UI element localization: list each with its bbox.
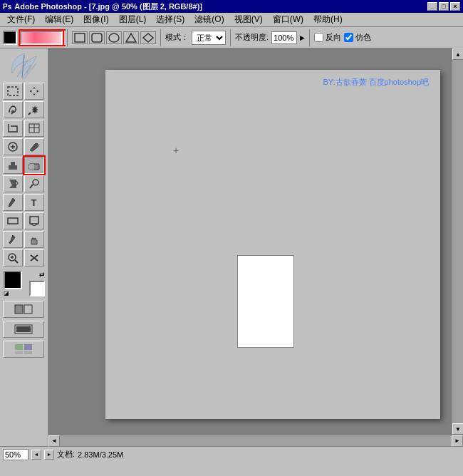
reverse-checkbox-group: 反向: [314, 32, 341, 43]
close-button[interactable]: ×: [450, 2, 460, 11]
tool-marquee[interactable]: [3, 83, 23, 100]
tool-magic-wand[interactable]: [24, 101, 44, 118]
tool-row-10: [3, 249, 46, 267]
tool-row-6: [3, 175, 46, 192]
screen-mode-button[interactable]: [3, 321, 44, 338]
horizontal-scrollbar[interactable]: ◄ ►: [48, 435, 463, 446]
foreground-color[interactable]: [4, 271, 22, 289]
tool-zoom[interactable]: [3, 249, 23, 267]
brush-shape-1[interactable]: [72, 31, 88, 44]
nav-right-button[interactable]: ►: [44, 450, 54, 460]
imageready-button[interactable]: [3, 341, 44, 358]
svg-rect-35: [24, 351, 32, 354]
scroll-left-button[interactable]: ◄: [48, 435, 60, 447]
tool-shape[interactable]: [3, 212, 23, 229]
separator-4: [309, 29, 310, 46]
svg-rect-0: [75, 33, 85, 42]
tool-row-2: [3, 101, 46, 118]
menu-layer[interactable]: 图层(L): [115, 12, 151, 27]
menu-image[interactable]: 图像(I): [79, 12, 113, 27]
opacity-value[interactable]: 100%: [271, 31, 297, 44]
tool-slice[interactable]: [24, 120, 44, 137]
scroll-track-horizontal[interactable]: [60, 435, 452, 446]
svg-rect-33: [24, 344, 32, 350]
title-bar-controls: _ □ ×: [427, 2, 460, 11]
brush-shape-5[interactable]: [140, 31, 156, 44]
doc-size-value: 2.83M/3.25M: [78, 450, 123, 459]
nav-left-button[interactable]: ◄: [31, 450, 41, 460]
mode-row-1: [3, 301, 46, 318]
brush-shape-4[interactable]: [123, 31, 139, 44]
tool-notes[interactable]: [24, 212, 44, 229]
svg-rect-12: [9, 165, 17, 170]
tool-crop[interactable]: [3, 120, 23, 137]
scroll-track-vertical[interactable]: [452, 60, 463, 423]
menu-bar: 文件(F) 编辑(E) 图像(I) 图层(L) 选择(S) 滤镜(O) 视图(V…: [0, 13, 463, 27]
menu-window[interactable]: 窗口(W): [269, 12, 308, 27]
tool-text[interactable]: T: [24, 194, 44, 211]
reverse-label: 反向: [326, 32, 341, 43]
svg-line-5: [28, 113, 31, 115]
scroll-right-button[interactable]: ►: [452, 435, 463, 447]
menu-view[interactable]: 视图(V): [230, 12, 267, 27]
tool-hand[interactable]: [24, 231, 44, 248]
menu-select[interactable]: 选择(S): [152, 12, 189, 27]
tool-eraser[interactable]: [24, 157, 44, 174]
svg-rect-18: [8, 218, 18, 224]
scroll-up-button[interactable]: ▲: [452, 48, 463, 60]
brush-shape-2[interactable]: [89, 31, 105, 44]
tool-extra[interactable]: [24, 249, 44, 267]
svg-rect-34: [15, 351, 23, 354]
status-bar: 50% ◄ ► 文档: 2.83M/3.25M: [0, 446, 463, 462]
tool-brush[interactable]: [24, 138, 44, 155]
dither-checkbox-group: 仿色: [344, 32, 371, 43]
options-bar: 模式： 正常 不透明度: 100% ▶ 反向 仿色: [0, 27, 463, 48]
menu-help[interactable]: 帮助(H): [309, 12, 347, 27]
dither-checkbox[interactable]: [344, 33, 353, 42]
minimize-button[interactable]: _: [427, 2, 437, 11]
menu-file[interactable]: 文件(F): [3, 12, 39, 27]
tool-move[interactable]: [24, 83, 44, 100]
svg-rect-28: [15, 305, 23, 314]
separator-3: [230, 29, 231, 46]
opacity-arrow[interactable]: ▶: [300, 34, 305, 41]
tool-stamp[interactable]: [3, 157, 23, 174]
mode-dropdown[interactable]: 正常: [192, 31, 226, 45]
foreground-color-preview[interactable]: [3, 31, 17, 45]
tool-dodge[interactable]: [24, 175, 44, 192]
document-window: BY:古欲香萧 百度photoshop吧 +: [105, 70, 440, 419]
reverse-checkbox[interactable]: [314, 33, 323, 42]
crosshair-cursor: +: [173, 145, 179, 156]
gradient-picker[interactable]: [20, 31, 63, 45]
app-icon: Ps: [3, 3, 11, 11]
quick-mask-button[interactable]: [3, 301, 44, 318]
tool-lasso[interactable]: [3, 101, 23, 118]
watermark-text: BY:古欲香萧 百度photoshop吧: [323, 77, 429, 88]
svg-rect-31: [16, 326, 31, 332]
canvas-area[interactable]: BY:古欲香萧 百度photoshop吧 +: [48, 48, 452, 435]
menu-filter[interactable]: 滤镜(O): [190, 12, 228, 27]
swap-colors-icon[interactable]: ⇄: [39, 271, 45, 278]
gradient-preview-bar: [20, 31, 63, 45]
window-title: Adobe Photoshop - [7.jpg @ 50% (图层 2, RG…: [14, 1, 202, 12]
doc-size-label: 文档:: [57, 449, 75, 460]
background-color[interactable]: [29, 281, 45, 296]
tool-eyedrop[interactable]: [3, 231, 23, 248]
maximize-button[interactable]: □: [439, 2, 449, 11]
tool-fill[interactable]: [3, 175, 23, 192]
menu-edit[interactable]: 编辑(E): [41, 12, 78, 27]
zoom-display[interactable]: 50%: [3, 449, 28, 460]
scroll-down-button[interactable]: ▼: [452, 423, 463, 435]
svg-line-23: [15, 260, 18, 263]
vertical-scrollbar[interactable]: ▲ ▼: [452, 48, 463, 435]
reset-colors-icon[interactable]: ◪: [4, 290, 9, 296]
canvas-shape-rectangle: [237, 255, 294, 348]
canvas-scroll-area: BY:古欲香萧 百度photoshop吧 + ▲ ▼: [48, 48, 463, 435]
svg-rect-29: [24, 305, 32, 314]
brush-shape-3[interactable]: [106, 31, 122, 44]
separator-1: [67, 29, 68, 46]
tool-pen[interactable]: [3, 194, 23, 211]
svg-line-17: [30, 185, 33, 188]
tool-heal[interactable]: [3, 138, 23, 155]
toolbar-logo: [3, 51, 46, 80]
